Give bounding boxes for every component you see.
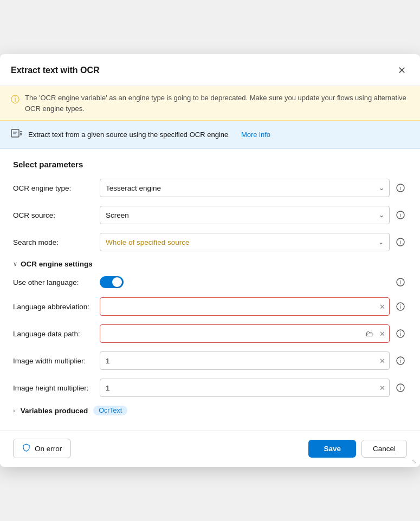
dialog-footer: On error Save Cancel [0, 431, 420, 467]
toggle-knob [112, 277, 122, 287]
svg-text:i: i [400, 304, 401, 310]
ocr-engine-type-select-wrapper: Tesseract engine ⌄ [100, 179, 390, 197]
footer-right: Save Cancel [308, 440, 407, 458]
ocr-source-control: Screen ⌄ i [100, 206, 407, 224]
svg-text:i: i [400, 279, 401, 285]
close-button[interactable]: ✕ [394, 63, 409, 78]
ocr-icon [11, 127, 23, 142]
more-info-link[interactable]: More info [241, 131, 270, 139]
language-abbreviation-input[interactable] [100, 297, 390, 316]
use-other-language-toggle[interactable] [100, 276, 124, 288]
cancel-button[interactable]: Cancel [361, 440, 407, 458]
language-data-path-info-button[interactable]: i [394, 327, 407, 340]
variables-title: Variables produced [21, 407, 88, 415]
language-data-path-control: 🗁 ✕ i [100, 324, 407, 343]
variables-section: › Variables produced OcrText [13, 406, 407, 415]
warning-icon: ⓘ [11, 93, 20, 106]
warning-text: The 'OCR engine variable' as an engine t… [25, 93, 409, 114]
search-mode-info-button[interactable]: i [394, 236, 407, 249]
search-mode-arrow-icon: ⌄ [378, 238, 384, 246]
svg-text:i: i [400, 239, 401, 245]
use-other-language-info-button[interactable]: i [394, 276, 407, 289]
search-mode-display[interactable]: Whole of specified source ⌄ [100, 233, 390, 251]
image-height-multiplier-control: ✕ i [100, 379, 407, 397]
image-height-multiplier-row: Image height multiplier: ✕ i [13, 379, 407, 397]
image-width-multiplier-input[interactable] [100, 351, 390, 370]
engine-settings-title: OCR engine settings [21, 260, 93, 268]
ocr-source-select[interactable]: Screen [100, 206, 390, 224]
image-height-multiplier-label: Image height multiplier: [13, 384, 100, 392]
ocr-source-label: OCR source: [13, 211, 100, 219]
ocr-source-info-button[interactable]: i [394, 209, 407, 222]
engine-settings-chevron-icon: ∨ [13, 260, 17, 268]
search-mode-label: Search mode: [13, 238, 100, 246]
dialog-title: Extract text with OCR [11, 66, 100, 75]
ocr-engine-type-select[interactable]: Tesseract engine [100, 179, 390, 197]
image-height-multiplier-clear-button[interactable]: ✕ [379, 384, 385, 392]
image-width-multiplier-label: Image width multiplier: [13, 357, 100, 365]
ocr-engine-type-control: Tesseract engine ⌄ i [100, 179, 407, 197]
language-data-path-clear-button[interactable]: ✕ [379, 330, 385, 338]
use-other-language-control: i [100, 276, 407, 289]
image-width-multiplier-control: ✕ i [100, 351, 407, 370]
language-abbreviation-clear-button[interactable]: ✕ [379, 303, 385, 311]
svg-text:i: i [400, 331, 401, 337]
dialog-body: Select parameters OCR engine type: Tesse… [0, 149, 420, 431]
image-width-multiplier-clear-button[interactable]: ✕ [379, 357, 385, 365]
search-mode-select-wrapper: Whole of specified source ⌄ [100, 233, 390, 251]
language-abbreviation-label: Language abbreviation: [13, 303, 100, 311]
ocr-source-select-wrapper: Screen ⌄ [100, 206, 390, 224]
svg-text:i: i [400, 358, 401, 364]
ocr-source-row: OCR source: Screen ⌄ i [13, 206, 407, 224]
image-height-multiplier-input[interactable] [100, 379, 390, 397]
save-button[interactable]: Save [308, 440, 356, 458]
variable-badge: OcrText [93, 406, 127, 415]
section-title: Select parameters [13, 160, 407, 169]
svg-rect-0 [11, 129, 19, 137]
svg-text:i: i [400, 185, 401, 191]
variables-chevron-icon[interactable]: › [13, 407, 15, 414]
language-abbreviation-control: ✕ i [100, 297, 407, 316]
svg-text:i: i [400, 385, 401, 391]
language-abbreviation-row: Language abbreviation: ✕ i [13, 297, 407, 316]
language-data-path-row: Language data path: 🗁 ✕ i [13, 324, 407, 343]
on-error-label: On error [35, 445, 62, 453]
image-height-multiplier-input-wrapper: ✕ [100, 379, 390, 397]
language-abbreviation-input-wrapper: ✕ [100, 297, 390, 316]
engine-settings-section: ∨ OCR engine settings Use other language… [13, 260, 407, 397]
dialog-header: Extract text with OCR ✕ [0, 54, 420, 86]
language-data-path-input[interactable] [100, 324, 390, 343]
ocr-engine-type-label: OCR engine type: [13, 184, 100, 192]
language-data-path-label: Language data path: [13, 330, 100, 338]
image-width-multiplier-input-wrapper: ✕ [100, 351, 390, 370]
info-banner-text: Extract text from a given source using t… [28, 131, 228, 139]
use-other-language-row: Use other language: i [13, 276, 407, 289]
language-abbreviation-info-button[interactable]: i [394, 300, 407, 313]
language-data-path-folder-button[interactable]: 🗁 [366, 329, 373, 338]
image-height-multiplier-info-button[interactable]: i [394, 381, 407, 394]
extract-text-dialog: Extract text with OCR ✕ ⓘ The 'OCR engin… [0, 54, 420, 467]
shield-icon [22, 444, 30, 453]
search-mode-control: Whole of specified source ⌄ i [100, 233, 407, 251]
ocr-engine-type-info-button[interactable]: i [394, 181, 407, 194]
svg-text:i: i [400, 212, 401, 218]
language-data-path-input-wrapper: 🗁 ✕ [100, 324, 390, 343]
engine-settings-header[interactable]: ∨ OCR engine settings [13, 260, 407, 268]
image-width-multiplier-info-button[interactable]: i [394, 354, 407, 367]
image-width-multiplier-row: Image width multiplier: ✕ i [13, 351, 407, 370]
use-other-language-label: Use other language: [13, 278, 100, 286]
search-mode-row: Search mode: Whole of specified source ⌄… [13, 233, 407, 251]
on-error-button[interactable]: On error [13, 439, 71, 458]
search-mode-value: Whole of specified source [106, 238, 190, 246]
warning-banner: ⓘ The 'OCR engine variable' as an engine… [0, 86, 420, 121]
resize-handle[interactable]: ⤡ [411, 458, 418, 465]
info-banner: Extract text from a given source using t… [0, 121, 420, 149]
ocr-engine-type-row: OCR engine type: Tesseract engine ⌄ i [13, 179, 407, 197]
